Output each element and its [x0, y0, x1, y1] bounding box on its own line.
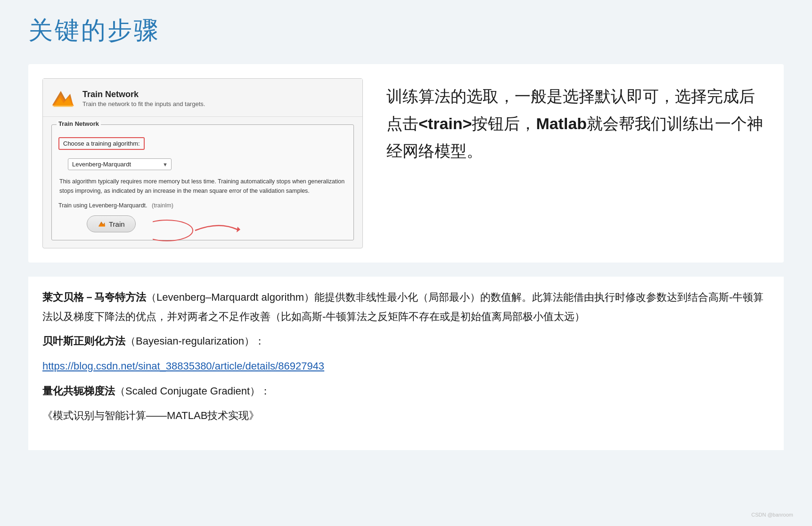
- dropdown-row: Levenberg-Marquardt Bayesian Regularizat…: [68, 158, 347, 170]
- matlab-icon: [50, 86, 75, 111]
- train-btn-icon: [98, 220, 106, 228]
- right-text-content: 训练算法的选取，一般是选择默认即可，选择完成后点击<train>按钮后，Matl…: [386, 83, 770, 164]
- algorithm-desc: This algorithm typically requires more m…: [58, 177, 347, 196]
- matlab-title-block: Train Network Train the network to fit t…: [82, 90, 205, 107]
- csdn-link[interactable]: https://blog.csdn.net/sinat_38835380/art…: [42, 357, 770, 376]
- para3-rest: （Scaled Conjugate Gradient）：: [115, 385, 271, 397]
- main-content: Train Network Train the network to fit t…: [28, 64, 784, 263]
- svg-marker-6: [237, 227, 240, 232]
- right-text-panel: 训练算法的选取，一般是选择默认即可，选择完成后点击<train>按钮后，Matl…: [386, 78, 770, 248]
- svg-point-5: [153, 220, 193, 241]
- matlab-panel: Train Network Train the network to fit t…: [42, 78, 363, 248]
- page-title: 关键的步骤: [28, 14, 784, 47]
- page-wrapper: 关键的步骤 Train Network Train the network to…: [0, 0, 812, 526]
- section-legend: Train Network: [57, 120, 101, 127]
- para3-bold: 量化共轭梯度法: [42, 385, 115, 397]
- bottom-para-4: 《模式识别与智能计算——MATLAB技术实现》: [42, 406, 770, 426]
- bottom-para-3: 量化共轭梯度法（Scaled Conjugate Gradient）：: [42, 382, 770, 401]
- para1-bold: 莱文贝格－马夸特方法: [42, 291, 146, 303]
- para2-rest: （Bayesian-regularization）：: [125, 335, 265, 347]
- highlight-matlab: Matlab: [536, 115, 587, 132]
- bottom-para-1: 莱文贝格－马夸特方法（Levenberg–Marquardt algorithm…: [42, 288, 770, 326]
- train-using-label: Train using Levenberg-Marquardt.: [58, 202, 148, 209]
- dropdown-wrapper[interactable]: Levenberg-Marquardt Bayesian Regularizat…: [68, 158, 172, 170]
- trainlm-label: (trainlm): [152, 202, 173, 209]
- train-network-box: Train Network Choose a training algorith…: [51, 124, 354, 240]
- train-button-row: Train: [58, 215, 347, 232]
- train-label-row: Train using Levenberg-Marquardt. (trainl…: [58, 202, 347, 209]
- matlab-body: Train Network Choose a training algorith…: [43, 117, 362, 248]
- para1-rest: （Levenberg–Marquardt algorithm）能提供数非线性最小…: [42, 291, 763, 322]
- para2-bold: 贝叶斯正则化方法: [42, 335, 125, 347]
- matlab-header: Train Network Train the network to fit t…: [43, 79, 362, 117]
- highlight-train: <train>: [418, 115, 472, 132]
- train-button-label: Train: [109, 220, 125, 228]
- train-button[interactable]: Train: [87, 215, 136, 232]
- bottom-content: 莱文贝格－马夸特方法（Levenberg–Marquardt algorithm…: [28, 277, 784, 450]
- arrow-annotation: [153, 216, 247, 245]
- algorithm-select[interactable]: Levenberg-Marquardt Bayesian Regularizat…: [68, 158, 172, 170]
- dialog-title: Train Network: [82, 90, 205, 99]
- algorithm-label: Choose a training algorithm:: [58, 137, 145, 150]
- watermark: CSDN @banroom: [751, 512, 793, 518]
- dialog-subtitle: Train the network to fit the inputs and …: [82, 100, 205, 107]
- bottom-para-2: 贝叶斯正则化方法（Bayesian-regularization）：: [42, 332, 770, 351]
